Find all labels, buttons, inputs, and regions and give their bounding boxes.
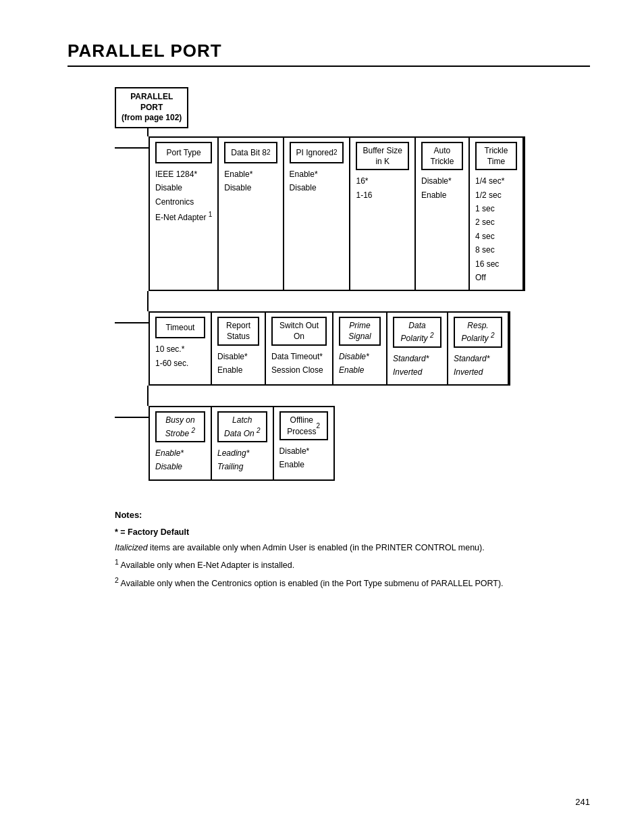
col-header-latch-data-on: LatchData On 2: [217, 411, 267, 442]
row1-frame: Port Type IEEE 1284*DisableCentronicsE-N…: [149, 136, 524, 292]
col-header-offline-process: OfflineProcess 2: [279, 411, 328, 440]
title-rule: [68, 66, 590, 67]
col-header-trickle-time: TrickleTime: [475, 142, 517, 170]
col-header-pi-ignored: PI Ignored 2: [290, 142, 344, 163]
page-number: 241: [575, 797, 590, 807]
col-databit8: Data Bit 8 2 Enable*Disable: [217, 138, 282, 290]
col-values-timeout: 10 sec.*1-60 sec.: [155, 342, 205, 370]
row2: Timeout 10 sec.*1-60 sec. ReportStatus D…: [115, 291, 590, 386]
start-node: PARALLEL PORT (from page 102): [115, 87, 188, 128]
col-values-data-polarity: Standard*Inverted: [393, 352, 441, 380]
row2-frame: Timeout 10 sec.*1-60 sec. ReportStatus D…: [149, 311, 509, 386]
col-report-status: ReportStatus Disable*Enable: [211, 313, 265, 384]
col-trickle-time: TrickleTime 1/4 sec*1/2 sec1 sec2 sec4 s…: [468, 138, 522, 290]
col-values-trickle-time: 1/4 sec*1/2 sec1 sec2 sec4 sec8 sec16 se…: [475, 174, 517, 284]
start-line1: PARALLEL: [122, 92, 182, 103]
notes-section: Notes: * = Factory Default Italicized it…: [115, 508, 590, 591]
col-buffer-size: Buffer Sizein K 16*1-16: [349, 138, 414, 290]
col-values-databit8: Enable*Disable: [224, 167, 277, 195]
col-header-prime-signal: PrimeSignal: [339, 317, 381, 345]
col-values-report-status: Disable*Enable: [217, 350, 259, 377]
start-line2: PORT: [122, 103, 182, 113]
col-header-switch-out-on: Switch OutOn: [271, 317, 327, 345]
page-title: PARALLEL PORT: [68, 41, 590, 61]
col-timeout: Timeout 10 sec.*1-60 sec.: [150, 313, 211, 384]
col-values-busy-on-strobe: Enable*Disable: [155, 446, 205, 474]
col-prime-signal: PrimeSignal Disable*Enable: [332, 313, 386, 384]
page-container: PARALLEL PORT PARALLEL PORT (from page 1…: [0, 0, 644, 631]
col-switch-out-on: Switch OutOn Data Timeout*Session Close: [265, 313, 332, 384]
col-values-resp-polarity: Standard*Inverted: [454, 352, 502, 380]
row3-frame: Busy onStrobe 2 Enable*Disable LatchData…: [149, 406, 335, 480]
row1: Port Type IEEE 1284*DisableCentronicsE-N…: [115, 128, 590, 292]
col-data-polarity: DataPolarity 2 Standard*Inverted: [386, 313, 447, 384]
col-pi-ignored: PI Ignored 2 Enable*Disable: [283, 138, 350, 290]
col-values-port-type: IEEE 1284*DisableCentronicsE-Net Adapter…: [155, 167, 212, 225]
col-header-databit8: Data Bit 8 2: [224, 142, 277, 163]
notes-title: Notes:: [115, 508, 590, 523]
col-values-buffer-size: 16*1-16: [356, 174, 408, 202]
note-italicized: Italicized items are available only when…: [115, 541, 590, 555]
col-header-busy-on-strobe: Busy onStrobe 2: [155, 411, 205, 442]
col-header-timeout: Timeout: [155, 317, 205, 338]
col-values-auto-trickle: Disable*Enable: [421, 174, 463, 202]
note-1: 1 Available only when E-Net Adapter is i…: [115, 556, 590, 573]
col-header-auto-trickle: AutoTrickle: [421, 142, 463, 170]
col-resp-polarity: Resp.Polarity 2 Standard*Inverted: [447, 313, 508, 384]
col-values-latch-data-on: Leading*Trailing: [217, 446, 267, 474]
col-values-pi-ignored: Enable*Disable: [290, 167, 344, 195]
col-header-data-polarity: DataPolarity 2: [393, 317, 441, 347]
col-port-type: Port Type IEEE 1284*DisableCentronicsE-N…: [150, 138, 217, 290]
col-header-buffer-size: Buffer Sizein K: [356, 142, 408, 170]
col-header-port-type: Port Type: [155, 142, 212, 163]
note-2: 2 Available only when the Centronics opt…: [115, 575, 590, 591]
diagram-area: PARALLEL PORT (from page 102) Port: [115, 87, 590, 481]
row3: Busy onStrobe 2 Enable*Disable LatchData…: [115, 386, 590, 480]
col-values-offline-process: Disable*Enable: [279, 444, 328, 472]
col-latch-data-on: LatchData On 2 Leading*Trailing: [211, 407, 273, 479]
col-values-prime-signal: Disable*Enable: [339, 350, 381, 377]
note-factory-default: * = Factory Default: [115, 525, 590, 540]
col-header-report-status: ReportStatus: [217, 317, 259, 345]
col-header-resp-polarity: Resp.Polarity 2: [454, 317, 502, 347]
start-line3: (from page 102): [122, 113, 182, 124]
col-busy-on-strobe: Busy onStrobe 2 Enable*Disable: [150, 407, 211, 479]
col-offline-process: OfflineProcess 2 Disable*Enable: [273, 407, 333, 479]
col-auto-trickle: AutoTrickle Disable*Enable: [414, 138, 468, 290]
col-values-switch-out-on: Data Timeout*Session Close: [271, 350, 327, 377]
